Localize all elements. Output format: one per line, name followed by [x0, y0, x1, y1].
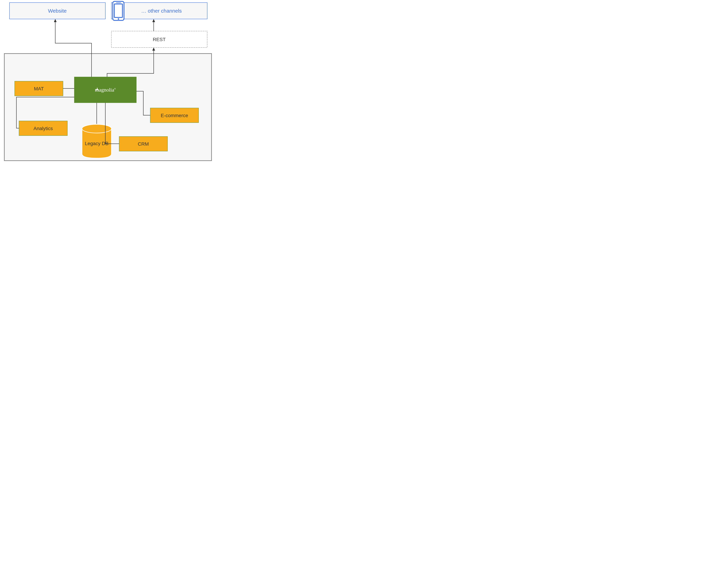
mat-label: MAT — [34, 86, 44, 91]
svg-marker-8 — [152, 47, 155, 51]
crm-label: CRM — [138, 141, 149, 147]
svg-marker-9 — [152, 19, 155, 22]
architecture-diagram: Website … other channels REST magnolia® … — [0, 0, 216, 167]
analytics-label: Analytics — [33, 126, 53, 131]
rest-label: REST — [153, 37, 166, 42]
other-channels-label: … other channels — [141, 8, 182, 14]
phone-icon — [113, 1, 124, 20]
svg-marker-7 — [54, 19, 57, 22]
ecommerce-label: E-commerce — [161, 113, 188, 118]
svg-point-3 — [118, 18, 119, 20]
website-label: Website — [48, 8, 67, 14]
svg-point-6 — [82, 124, 111, 133]
legacydb-label: Legacy DB — [85, 141, 109, 146]
